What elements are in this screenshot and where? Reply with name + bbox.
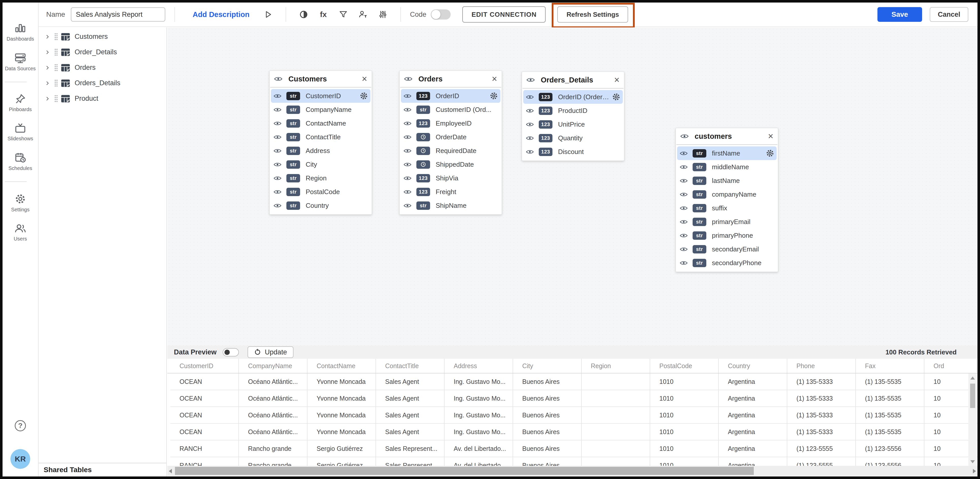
- field-row-companyname[interactable]: str CompanyName: [270, 103, 372, 116]
- field-row-discount[interactable]: 123 Discount: [522, 145, 624, 159]
- field-row-address[interactable]: str Address: [270, 144, 372, 157]
- field-row-secondaryemail[interactable]: str secondaryEmail: [676, 242, 778, 256]
- field-row-contacttitle[interactable]: str ContactTitle: [270, 130, 372, 144]
- eye-icon[interactable]: [527, 78, 535, 82]
- field-row-freight[interactable]: 123 Freight: [399, 185, 502, 199]
- field-row-region[interactable]: str Region: [270, 171, 372, 185]
- gear-icon[interactable]: [360, 92, 368, 100]
- field-row-unitprice[interactable]: 123 UnitPrice: [522, 117, 624, 131]
- drag-handle-icon[interactable]: [54, 95, 58, 103]
- sidebar-item-schedules[interactable]: Schedules: [5, 152, 35, 171]
- horizontal-scrollbar[interactable]: [167, 466, 977, 476]
- user-filter-icon[interactable]: [357, 9, 369, 20]
- field-row-city[interactable]: str City: [270, 157, 372, 171]
- eye-icon[interactable]: [274, 94, 281, 98]
- tree-item-customers[interactable]: Customers: [38, 29, 166, 44]
- eye-icon[interactable]: [404, 107, 411, 112]
- eye-icon[interactable]: [526, 136, 534, 141]
- sidebar-item-slideshows[interactable]: Slideshows: [5, 122, 35, 141]
- shared-tables-footer[interactable]: Shared Tables: [38, 463, 166, 476]
- add-description-link[interactable]: Add Description: [193, 10, 250, 19]
- field-row-companyname[interactable]: str companyName: [676, 187, 778, 201]
- chevron-right-icon[interactable]: [44, 65, 51, 71]
- refresh-settings-button[interactable]: Refresh Settings: [557, 6, 628, 22]
- table-card-customers[interactable]: customers × str firstName str middleName…: [676, 128, 778, 272]
- close-icon[interactable]: ×: [492, 75, 497, 84]
- eye-icon[interactable]: [681, 134, 689, 139]
- field-row-primaryphone[interactable]: str primaryPhone: [676, 228, 778, 242]
- name-input[interactable]: [71, 7, 165, 22]
- play-icon[interactable]: [262, 9, 274, 20]
- scroll-left-arrow[interactable]: [169, 469, 172, 473]
- scroll-up-arrow[interactable]: [970, 376, 975, 379]
- scroll-right-arrow[interactable]: [973, 469, 976, 473]
- field-row-customerid[interactable]: str CustomerID: [271, 89, 371, 103]
- horizontal-scroll-thumb[interactable]: [175, 467, 754, 475]
- sidebar-item-dashboards[interactable]: Dashboards: [5, 22, 35, 42]
- eye-icon[interactable]: [404, 203, 411, 208]
- tree-item-order_details[interactable]: Order_Details: [38, 44, 166, 60]
- eye-icon[interactable]: [404, 94, 411, 98]
- eye-icon[interactable]: [404, 76, 412, 81]
- table-card-customers[interactable]: Customers × str CustomerID str CompanyNa…: [269, 71, 372, 215]
- scroll-down-arrow[interactable]: [970, 460, 975, 463]
- close-icon[interactable]: ×: [768, 132, 773, 141]
- field-row-middlename[interactable]: str middleName: [676, 160, 778, 174]
- field-row-lastname[interactable]: str lastName: [676, 174, 778, 187]
- vertical-scroll-thumb[interactable]: [970, 384, 975, 408]
- avatar[interactable]: KR: [10, 449, 30, 469]
- vertical-scrollbar[interactable]: [968, 373, 977, 466]
- field-row-shipname[interactable]: str ShipName: [399, 199, 502, 213]
- table-card-orders[interactable]: Orders × 123 OrderID str CustomerID (Ord…: [399, 71, 502, 215]
- tree-item-product[interactable]: Product: [38, 91, 166, 106]
- cancel-button[interactable]: Cancel: [930, 7, 968, 22]
- field-row-productid[interactable]: 123 ProductID: [522, 104, 624, 117]
- eye-icon[interactable]: [680, 178, 687, 183]
- edit-connection-button[interactable]: EDIT CONNECTION: [462, 6, 546, 22]
- sidebar-item-pinboards[interactable]: Pinboards: [5, 94, 35, 113]
- data-preview-toggle[interactable]: [223, 348, 239, 357]
- eye-icon[interactable]: [526, 122, 534, 127]
- eye-icon[interactable]: [274, 176, 281, 181]
- field-row-postalcode[interactable]: str PostalCode: [270, 185, 372, 199]
- drag-handle-icon[interactable]: [54, 79, 58, 87]
- eye-icon[interactable]: [526, 149, 534, 154]
- eye-icon[interactable]: [404, 121, 411, 126]
- eye-icon[interactable]: [680, 151, 687, 156]
- field-row-orderid-orders-de-[interactable]: 123 OrderID (Orders_De...: [523, 90, 623, 104]
- eye-icon[interactable]: [274, 121, 281, 126]
- gear-icon[interactable]: [766, 149, 774, 157]
- eye-icon[interactable]: [526, 108, 534, 113]
- eye-icon[interactable]: [404, 148, 411, 153]
- eye-icon[interactable]: [526, 95, 534, 100]
- eye-icon[interactable]: [680, 219, 687, 224]
- eye-icon[interactable]: [680, 247, 687, 252]
- gear-icon[interactable]: [490, 92, 498, 100]
- field-row-shippeddate[interactable]: ShippedDate: [399, 157, 502, 171]
- sidebar-item-data-sources[interactable]: Data Sources: [5, 52, 35, 71]
- eye-icon[interactable]: [680, 233, 687, 238]
- field-row-firstname[interactable]: str firstName: [677, 146, 776, 160]
- gear-icon[interactable]: [612, 93, 620, 101]
- help-icon[interactable]: ?: [15, 420, 26, 431]
- tree-item-orders_details[interactable]: Orders_Details: [38, 75, 166, 91]
- eye-icon[interactable]: [680, 192, 687, 197]
- schema-canvas[interactable]: Customers × str CustomerID str CompanyNa…: [167, 27, 977, 346]
- field-row-customerid-ord-[interactable]: str CustomerID (Ord...: [399, 103, 502, 116]
- eye-icon[interactable]: [680, 165, 687, 170]
- field-row-country[interactable]: str Country: [270, 199, 372, 213]
- code-toggle[interactable]: [431, 10, 451, 19]
- eye-icon[interactable]: [680, 260, 687, 265]
- field-row-shipvia[interactable]: 123 ShipVia: [399, 171, 502, 185]
- eye-icon[interactable]: [274, 135, 281, 140]
- field-row-secondaryphone[interactable]: str secondaryPhone: [676, 256, 778, 270]
- tree-item-orders[interactable]: Orders: [38, 60, 166, 75]
- filter-icon[interactable]: [337, 9, 349, 20]
- chevron-right-icon[interactable]: [44, 95, 51, 102]
- eye-icon[interactable]: [274, 76, 282, 81]
- field-row-primaryemail[interactable]: str primaryEmail: [676, 215, 778, 228]
- table-card-orders_details[interactable]: Orders_Details × 123 OrderID (Orders_De.…: [522, 71, 624, 161]
- drag-handle-icon[interactable]: [54, 48, 58, 56]
- fx-icon[interactable]: fx: [318, 9, 329, 20]
- eye-icon[interactable]: [274, 148, 281, 153]
